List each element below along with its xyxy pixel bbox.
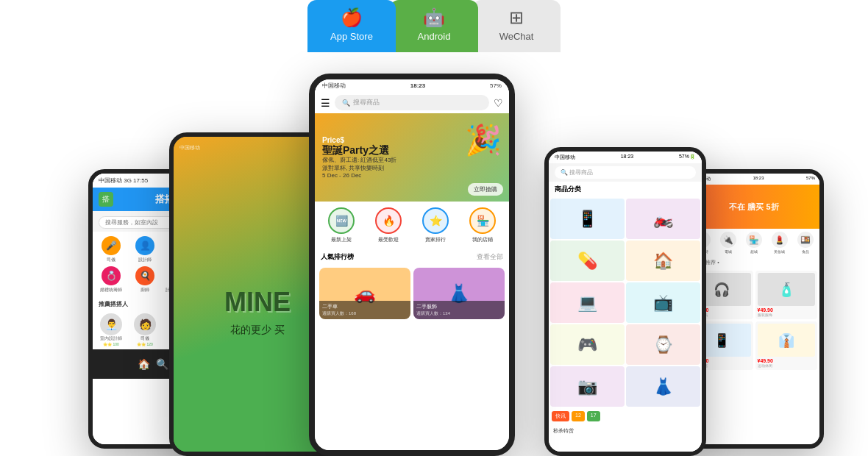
list-item[interactable]: 💻 xyxy=(550,282,625,323)
list-item[interactable]: 👤 設計師 xyxy=(129,236,160,263)
list-item[interactable]: 💊 xyxy=(550,241,625,281)
right2-screen: 中国移动 18:23 57% 不在 膳买 5折 📱 机坊特 🔌 電城 🏪 超城 xyxy=(689,174,819,444)
tab-android[interactable]: 🤖 Android xyxy=(390,0,478,52)
platform-tabs: 🍎 App Store 🤖 Android ⊞ WeChat xyxy=(307,0,561,52)
cat-ranking[interactable]: ⭐ 賣家排行 xyxy=(422,207,449,243)
list-item[interactable]: 🏠 xyxy=(626,241,700,281)
store-icon: 🏪 xyxy=(469,207,496,234)
tab-appstore[interactable]: 🍎 App Store xyxy=(307,0,396,52)
phones-container: 中国移动 3G 17:55 📶 搭 搭搭 👤 🎤 司儀 👤 設計師 xyxy=(0,59,868,456)
new-icon: 🆕 xyxy=(328,207,355,234)
list-item[interactable]: 👔 ¥49.90 运动休闲 xyxy=(755,321,818,370)
list-item[interactable]: 📷 xyxy=(550,366,625,407)
service-icon: 🎤 xyxy=(102,236,121,255)
r1-search-bar[interactable]: 🔍 搜尋商品 xyxy=(555,166,696,179)
list-item[interactable]: 👗 xyxy=(626,366,700,407)
heart-icon[interactable]: ♡ xyxy=(494,97,503,109)
banner-title: 聖誕Party之選 xyxy=(322,144,396,157)
wechat-icon: ⊞ xyxy=(509,7,524,28)
list-item[interactable]: 🏍️ xyxy=(626,199,700,239)
pro-avatar: 👨‍💼 xyxy=(100,313,122,335)
menu-icon[interactable]: ☰ xyxy=(321,97,330,109)
phone-right1: 中国移动 18:23 57%🔋 🔍 搜尋商品 商品分类 📱 🏍️ 💊 🏠 💻 📺… xyxy=(544,147,706,456)
wedding-icon: 💍 xyxy=(102,266,121,285)
tab-wechat[interactable]: ⊞ WeChat xyxy=(472,0,561,52)
wechat-label: WeChat xyxy=(499,31,534,42)
cat-hot[interactable]: 🔥 最受歡迎 xyxy=(375,207,402,243)
ranking-icon: ⭐ xyxy=(422,207,449,234)
list-item[interactable]: 👨‍💼 室內設計師 ⭐⭐ 100 xyxy=(96,313,127,346)
cat-new[interactable]: 🆕 最新上架 xyxy=(328,207,355,243)
product-label: 二手服飾 週購買人數：134 xyxy=(413,301,505,319)
list-item[interactable]: ⌚ xyxy=(626,324,700,365)
list-item[interactable]: 🔌 電城 xyxy=(716,232,741,254)
banner-sub2: 派對單杯, 共享快樂時刻 xyxy=(322,164,396,172)
list-item[interactable]: 🏪 超城 xyxy=(742,232,766,254)
banner-cta[interactable]: 立即搶購 xyxy=(468,183,503,196)
banner-sub1: 傢俬、廚工遺: 紅酒低至43折 xyxy=(322,156,396,164)
product-car[interactable]: 🚗 二手車 週購買人數：168 xyxy=(319,268,410,319)
list-item[interactable]: 📱 xyxy=(550,199,625,239)
r2-categories: 📱 机坊特 🔌 電城 🏪 超城 💄 美妆城 🍱 食品 xyxy=(689,229,819,257)
banner-dates: 5 Dec - 26 Dec xyxy=(322,172,396,179)
chef-icon: 🍳 xyxy=(135,266,154,285)
r1-search: 🔍 搜尋商品 xyxy=(549,163,702,182)
r2-status: 中国移动 18:23 57% xyxy=(689,174,819,185)
center-screen: 中国移动 18:23 57% ☰ 🔍 搜尋商品 ♡ Price$ 聖誕Party… xyxy=(315,79,509,450)
list-item[interactable]: 🧴 ¥49.90 服装服饰 xyxy=(755,271,818,319)
cat-store[interactable]: 🏪 我的店鋪 xyxy=(469,207,496,243)
r2-banner: 不在 膳买 5折 xyxy=(689,185,819,229)
product-fashion[interactable]: 👗 二手服飾 週購買人數：134 xyxy=(413,268,505,319)
r1-section: 商品分类 xyxy=(549,182,702,197)
list-item[interactable]: 💄 美妆城 xyxy=(767,232,791,254)
hot-icon: 🔥 xyxy=(375,207,402,234)
center-header: ☰ 🔍 搜尋商品 ♡ xyxy=(315,92,509,113)
phone-center: 中国移动 18:23 57% ☰ 🔍 搜尋商品 ♡ Price$ 聖誕Party… xyxy=(309,74,515,456)
banner-text: Price$ 聖誕Party之選 傢俬、廚工遺: 紅酒低至43折 派對單杯, 共… xyxy=(322,136,396,179)
android-icon: 🤖 xyxy=(423,7,445,28)
banner-price: Price$ xyxy=(322,136,396,144)
r1-status: 中国移动 18:23 57%🔋 xyxy=(549,152,702,163)
product-label: 二手車 週購買人數：168 xyxy=(319,301,410,319)
android-label: Android xyxy=(418,31,451,42)
r2-products: 🎧 ¥49.90 手机数码 🧴 ¥49.90 服装服饰 📱 ¥49.90 家具家… xyxy=(689,268,819,372)
appstore-icon: 🍎 xyxy=(341,7,363,28)
list-item[interactable]: 🍳 廚師 xyxy=(129,266,160,293)
list-item[interactable]: 📺 xyxy=(626,282,700,323)
right1-screen: 中国移动 18:23 57%🔋 🔍 搜尋商品 商品分类 📱 🏍️ 💊 🏠 💻 📺… xyxy=(549,152,702,452)
mine-logo: MINE xyxy=(224,287,291,318)
r1-promo: 快讯 12 17 xyxy=(549,408,702,424)
r1-grid: 📱 🏍️ 💊 🏠 💻 📺 🎮 ⌚ 📷 👗 xyxy=(549,197,702,408)
r1-promo-label: 秒杀特货 xyxy=(549,424,702,438)
products-list: 🚗 二手車 週購買人數：168 👗 二手服飾 週購買人數：134 xyxy=(315,265,509,322)
list-item[interactable]: 💍 婚禮統籌師 xyxy=(96,266,127,293)
ranking-header: 人氣排行榜 查看全部 xyxy=(315,249,509,265)
pro-avatar: 🧑 xyxy=(134,313,156,335)
list-item[interactable]: 🎤 司儀 xyxy=(96,236,127,263)
banner-decoration: 🎉 xyxy=(465,123,502,157)
center-status-bar: 中国移动 18:23 57% xyxy=(315,79,509,92)
list-item[interactable]: 🍱 食品 xyxy=(793,232,817,254)
mine-tagline: 花的更少 买 xyxy=(230,324,285,337)
center-search-bar[interactable]: 🔍 搜尋商品 xyxy=(335,95,489,110)
appstore-label: App Store xyxy=(330,31,373,42)
list-item[interactable]: 🧑 司儀 ⭐⭐ 120 xyxy=(129,313,160,346)
r2-section-label: • 热门推荐 • xyxy=(689,257,819,268)
designer-icon: 👤 xyxy=(135,236,154,255)
center-categories: 🆕 最新上架 🔥 最受歡迎 ⭐ 賣家排行 🏪 我的店鋪 xyxy=(315,202,509,249)
list-item[interactable]: 🎮 xyxy=(550,324,625,365)
center-banner: Price$ 聖誕Party之選 傢俬、廚工遺: 紅酒低至43折 派對單杯, 共… xyxy=(315,113,509,202)
left-logo: 搭 xyxy=(99,192,113,207)
